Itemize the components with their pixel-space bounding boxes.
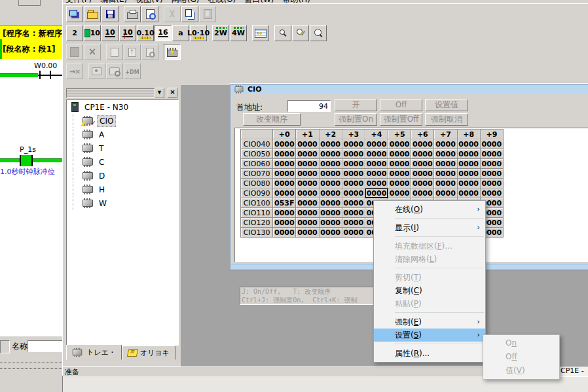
cell-CIO110-+3[interactable]: 0000: [342, 208, 365, 218]
cell-CIO120-+1[interactable]: 0000: [296, 218, 319, 228]
cell-CIO080-+9[interactable]: 0000: [480, 179, 503, 188]
row-header-CIO050[interactable]: CIO050: [241, 149, 273, 159]
view-4-words-button[interactable]: 4W: [230, 25, 247, 41]
context-menu-item-清除网格[interactable]: 清除网格(L): [374, 253, 485, 266]
开-button[interactable]: 开: [335, 99, 377, 111]
cell-CIO060-+1[interactable]: 0000: [296, 159, 319, 169]
context-menu-item-粘贴[interactable]: 粘贴(P): [374, 297, 485, 310]
cell-CIO040-+6[interactable]: 0000: [411, 139, 434, 149]
cell-CIO080-+7[interactable]: 0000: [434, 179, 457, 188]
panel-gripper[interactable]: [66, 88, 163, 98]
cell-CIO070-+3[interactable]: 0000: [342, 169, 365, 179]
cell-CIO050-+9[interactable]: 0000: [480, 149, 503, 159]
chevron-down-icon[interactable]: ▼: [155, 88, 164, 98]
view-2-words-button[interactable]: 2W: [212, 25, 229, 41]
zoom-out-button[interactable]: [274, 25, 291, 41]
row-header-CIO040[interactable]: CIO040: [241, 139, 273, 149]
submenu-item-On[interactable]: On: [483, 336, 559, 350]
cell-CIO040-+0[interactable]: 0000: [273, 139, 296, 149]
format-float-button[interactable]: 0.10: [137, 25, 154, 41]
强制置Off-button[interactable]: 强制置Off: [380, 113, 422, 126]
row-header-CIO120[interactable]: CIO120: [241, 218, 273, 228]
cell-CIO070-+2[interactable]: 0000: [319, 169, 342, 179]
cell-CIO040-+4[interactable]: 0000: [365, 139, 388, 149]
cell-CIO130-+3[interactable]: 0000: [342, 228, 365, 238]
改变顺序-button[interactable]: 改变顺序: [243, 113, 301, 126]
cell-CIO050-+3[interactable]: 0000: [342, 149, 365, 159]
cell-CIO060-+4[interactable]: 0000: [365, 159, 388, 169]
tree-item-cio[interactable]: ✓CIO: [67, 114, 178, 128]
cell-CIO050-+2[interactable]: 0000: [319, 149, 342, 159]
cell-CIO040-+8[interactable]: 0000: [457, 139, 480, 149]
cell-CIO050-+5[interactable]: 0000: [388, 149, 411, 159]
cell-CIO130-+2[interactable]: 0000: [319, 228, 342, 238]
print-button[interactable]: [124, 6, 141, 22]
cell-CIO060-+0[interactable]: 0000: [273, 159, 296, 169]
cell-CIO070-+5[interactable]: 0000: [388, 169, 411, 179]
zoom-in-button[interactable]: [310, 25, 327, 41]
cell-CIO050-+8[interactable]: 0000: [457, 149, 480, 159]
cell-CIO090-+9[interactable]: 0000: [480, 188, 503, 198]
cio-title-bar[interactable]: CIO: [231, 84, 588, 94]
cell-CIO050-+4[interactable]: 0000: [365, 149, 388, 159]
cell-CIO040-+3[interactable]: 0000: [342, 139, 365, 149]
format-binary-button[interactable]: 2: [66, 25, 83, 41]
强制取消-button[interactable]: 强制取消: [425, 113, 468, 126]
paste-button[interactable]: [199, 6, 216, 22]
cell-CIO080-+2[interactable]: 0000: [319, 179, 342, 188]
cell-CIO090-+3[interactable]: 0000: [342, 188, 365, 198]
context-menu-item-填充数据区[interactable]: 填充数据区(F)...: [374, 240, 485, 253]
cell-CIO080-+4[interactable]: 0000: [365, 179, 388, 188]
cell-CIO060-+3[interactable]: 0000: [342, 159, 365, 169]
compare-memory-button[interactable]: [141, 44, 158, 60]
tree-item-w[interactable]: W: [67, 196, 178, 210]
context-menu-item-在线[interactable]: 在线(O)›: [374, 203, 485, 216]
format-decimal-button[interactable]: 10: [101, 25, 119, 41]
row-header-CIO090[interactable]: CIO090: [241, 188, 273, 198]
cell-CIO090-+5[interactable]: 0000: [388, 188, 411, 198]
format-signed-decimal-button[interactable]: 10+-: [119, 25, 136, 41]
open-button[interactable]: [84, 6, 101, 22]
cell-CIO090-+2[interactable]: 0000: [319, 188, 342, 198]
monitor-grid-button[interactable]: [252, 25, 269, 41]
cell-CIO040-+1[interactable]: 0000: [296, 139, 319, 149]
context-menu-item-剪切[interactable]: 剪切(T): [374, 271, 485, 284]
cell-CIO070-+4[interactable]: 0000: [365, 169, 388, 179]
copy-memory-button[interactable]: [106, 44, 123, 60]
cell-CIO090-+4[interactable]: 0000: [365, 188, 388, 198]
row-header-CIO080[interactable]: CIO080: [241, 179, 273, 188]
cell-CIO090-+7[interactable]: 0000: [434, 188, 457, 198]
cell-CIO080-+1[interactable]: 0000: [296, 179, 319, 188]
cell-CIO060-+5[interactable]: 0000: [388, 159, 411, 169]
start-address-input[interactable]: [287, 100, 331, 112]
cell-CIO090-+0[interactable]: 0000: [273, 188, 296, 198]
cell-CIO060-+7[interactable]: 0000: [434, 159, 457, 169]
cell-CIO050-+0[interactable]: 0000: [273, 149, 296, 159]
row-header-CIO100[interactable]: CIO100: [241, 198, 273, 208]
cell-CIO100-+2[interactable]: 0000: [319, 198, 342, 208]
cell-CIO120-+0[interactable]: 0000: [273, 218, 296, 228]
context-menu-item-属性[interactable]: 属性(R)...: [374, 347, 485, 360]
forced-status-button[interactable]: [88, 63, 105, 79]
cell-CIO110-+0[interactable]: 0000: [273, 208, 296, 218]
submenu-item-Off[interactable]: Off: [483, 350, 559, 364]
cell-CIO050-+7[interactable]: 0000: [434, 149, 457, 159]
tree-item-d[interactable]: D: [67, 169, 178, 183]
context-menu-item-复制[interactable]: 复制(C): [374, 284, 485, 297]
row-header-CIO130[interactable]: CIO130: [241, 228, 273, 238]
format-double-float-button[interactable]: L0·10: [190, 25, 207, 41]
fill-data-area-button[interactable]: [66, 44, 83, 60]
cell-CIO040-+9[interactable]: 0000: [480, 139, 503, 149]
cell-CIO070-+7[interactable]: 0000: [434, 169, 457, 179]
tree-item-h[interactable]: H: [67, 183, 178, 196]
forced-refresh-button[interactable]: [106, 63, 123, 79]
force-cancel-all-button[interactable]: [84, 44, 101, 60]
cell-CIO060-+6[interactable]: 0000: [411, 159, 434, 169]
cell-CIO070-+9[interactable]: 0000: [480, 169, 503, 179]
zoom-custom-button[interactable]: [292, 25, 309, 41]
cell-CIO080-+0[interactable]: 0000: [273, 179, 296, 188]
tab-address[interactable]: オリヨキ: [122, 346, 175, 360]
cell-CIO040-+7[interactable]: 0000: [434, 139, 457, 149]
cell-CIO130-+1[interactable]: 0000: [296, 228, 319, 238]
new-view-button[interactable]: [66, 6, 83, 22]
